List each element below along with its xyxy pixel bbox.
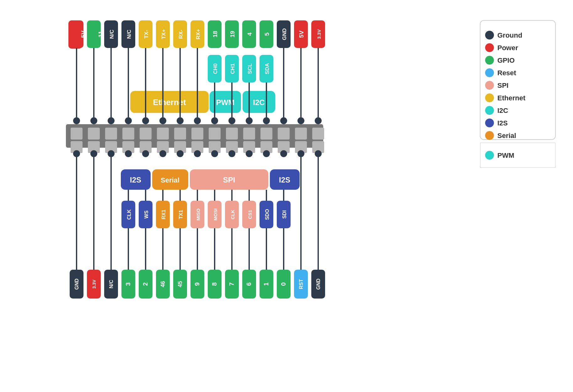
dot-top-5 [142, 117, 149, 124]
dot-top-2 [90, 117, 97, 124]
svg-rect-76 [295, 128, 307, 140]
svg-text:RX-: RX- [178, 29, 184, 39]
svg-text:9: 9 [194, 282, 201, 286]
dot-top-12 [263, 117, 270, 124]
svg-text:CH0: CH0 [212, 63, 218, 74]
legend-i2c-label: I2C [497, 107, 508, 114]
i2c-group-label: I2C [253, 98, 265, 107]
svg-rect-71 [209, 128, 221, 140]
legend-serial-dot [485, 131, 494, 140]
svg-text:SCL: SCL [247, 63, 253, 74]
dot-top-1 [73, 117, 80, 124]
svg-rect-70 [191, 128, 203, 140]
svg-point-107 [315, 150, 322, 157]
svg-text:18: 18 [212, 31, 218, 37]
svg-point-101 [211, 150, 218, 157]
dot-top-6 [159, 117, 166, 124]
svg-text:N/C: N/C [109, 280, 114, 289]
dot-top-7 [177, 117, 184, 124]
svg-text:TX-: TX- [143, 30, 149, 38]
svg-point-102 [228, 150, 235, 157]
svg-text:RX1: RX1 [161, 209, 166, 219]
svg-text:SDI: SDI [282, 210, 287, 219]
svg-point-104 [263, 150, 270, 157]
svg-text:SDO: SDO [265, 209, 270, 220]
spi-label: SPI [223, 176, 235, 184]
legend-ground-label: Ground [497, 31, 522, 39]
svg-text:3.3V: 3.3V [92, 279, 97, 289]
svg-text:7: 7 [228, 282, 235, 286]
legend-spi-dot [485, 81, 494, 90]
svg-rect-69 [174, 128, 186, 140]
legend-pwm-label: PWM [497, 151, 514, 159]
svg-text:2: 2 [142, 282, 149, 286]
svg-rect-63 [71, 128, 83, 140]
dot-top-11 [246, 117, 253, 124]
svg-text:5V: 5V [298, 30, 305, 38]
dot-top-4 [125, 117, 132, 124]
svg-text:1: 1 [263, 282, 270, 286]
svg-text:RX+: RX+ [195, 29, 201, 40]
svg-point-106 [297, 150, 304, 157]
svg-text:6: 6 [245, 282, 252, 286]
svg-point-94 [90, 150, 97, 157]
svg-point-98 [159, 150, 166, 157]
svg-text:5: 5 [264, 32, 270, 36]
serial-label: Serial [161, 176, 179, 184]
svg-point-93 [73, 150, 80, 157]
dot-top-3 [108, 117, 115, 124]
svg-rect-66 [122, 128, 134, 140]
svg-point-96 [125, 150, 132, 157]
dot-top-13 [280, 117, 287, 124]
legend-ethernet-label: Ethernet [497, 94, 526, 102]
legend-reset-label: Reset [497, 69, 517, 77]
svg-text:CLK: CLK [126, 209, 132, 220]
svg-text:8: 8 [211, 282, 218, 286]
svg-text:MOSI: MOSI [213, 209, 218, 220]
svg-text:RST: RST [298, 279, 304, 289]
svg-rect-65 [105, 128, 117, 140]
legend-ethernet-dot [485, 93, 494, 102]
legend-i2c-dot [485, 106, 494, 115]
svg-text:4: 4 [246, 32, 253, 36]
dot-top-8 [194, 117, 201, 124]
svg-text:19: 19 [229, 31, 236, 37]
svg-point-100 [194, 150, 201, 157]
svg-text:5V: 5V [80, 30, 87, 38]
legend-pwm-dot [485, 151, 494, 160]
svg-text:46: 46 [160, 281, 166, 287]
svg-text:GND: GND [281, 28, 287, 40]
i2s-left-label: I2S [130, 176, 141, 184]
svg-text:TX1: TX1 [178, 210, 184, 219]
pin-diagram: 5V 5V 11 N/C N/C TX- TX+ RX- RX+ [0, 0, 573, 392]
svg-rect-67 [140, 128, 152, 140]
dot-top-9 [211, 117, 218, 124]
svg-rect-75 [278, 128, 290, 140]
svg-rect-72 [226, 128, 238, 140]
dot-top-14 [297, 117, 304, 124]
svg-point-103 [246, 150, 253, 157]
legend-i2s-label: I2S [497, 119, 508, 127]
svg-rect-73 [243, 128, 255, 140]
legend-power-dot [485, 43, 494, 52]
legend-gpio-label: GPIO [497, 56, 515, 64]
svg-point-105 [280, 150, 287, 157]
svg-rect-74 [260, 128, 272, 140]
dot-top-10 [228, 117, 235, 124]
svg-text:CH1: CH1 [230, 63, 236, 74]
svg-text:45: 45 [177, 281, 183, 287]
svg-point-95 [108, 150, 115, 157]
svg-text:0: 0 [280, 282, 287, 286]
svg-text:11: 11 [97, 31, 104, 38]
legend-pwm-section: PWM [480, 143, 555, 168]
svg-point-97 [142, 150, 149, 157]
svg-text:CS1: CS1 [247, 210, 253, 219]
legend-spi-label: SPI [497, 82, 508, 89]
i2s-right-label: I2S [279, 176, 290, 184]
svg-text:3.3V: 3.3V [316, 29, 322, 39]
svg-text:N/C: N/C [126, 29, 132, 39]
legend-power-label: Power [497, 44, 518, 52]
legend-serial-label: Serial [497, 132, 516, 140]
ethernet-group-label: Ethernet [153, 98, 186, 107]
dot-top-15 [315, 117, 322, 124]
